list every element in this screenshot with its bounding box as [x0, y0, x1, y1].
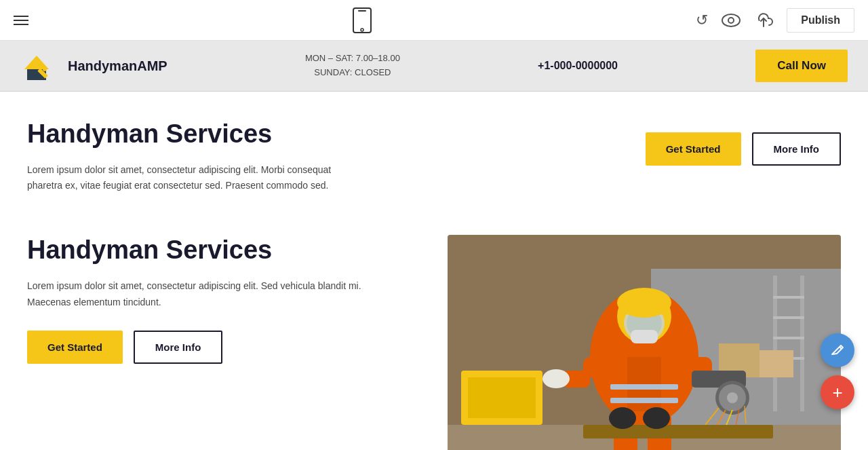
svg-point-4 — [728, 18, 734, 23]
section-one-description: Lorem ipsum dolor sit amet, consectetur … — [27, 162, 366, 195]
edit-fab-button[interactable] — [821, 333, 854, 367]
logo-area: HandymanAMP — [20, 49, 167, 83]
more-info-label: More Info — [774, 143, 820, 155]
worker-image — [448, 235, 841, 450]
logo-icon — [20, 49, 61, 83]
section-one-buttons: Get Started More Info — [646, 132, 841, 166]
upload-icon[interactable] — [754, 13, 773, 28]
svg-marker-7 — [24, 56, 49, 69]
hamburger-menu-icon[interactable] — [14, 16, 28, 25]
site-header: HandymanAMP MON – SAT: 7.00–18.00 SUNDAY… — [0, 41, 868, 92]
svg-point-3 — [722, 14, 740, 26]
header-phone: +1-000-0000000 — [538, 60, 618, 72]
svg-rect-22 — [760, 350, 793, 377]
section-two-description: Lorem ipsum dolor sit amet, consectetur … — [27, 278, 366, 311]
section-one: Handyman Services Lorem ipsum dolor sit … — [27, 119, 841, 194]
section-two-buttons: Get Started More Info — [27, 331, 366, 364]
header-hours: MON – SAT: 7.00–18.00 SUNDAY: CLOSED — [305, 52, 400, 80]
logo-text: HandymanAMP — [68, 58, 167, 74]
get-started-label-2: Get Started — [47, 341, 102, 353]
add-icon: + — [832, 383, 842, 401]
svg-point-44 — [727, 392, 738, 403]
page-wrapper: HandymanAMP MON – SAT: 7.00–18.00 SUNDAY… — [0, 41, 868, 450]
svg-rect-17 — [773, 337, 804, 339]
svg-rect-29 — [610, 398, 678, 403]
get-started-label: Get Started — [666, 143, 721, 155]
svg-point-1 — [361, 29, 363, 31]
preview-eye-icon[interactable] — [722, 14, 741, 27]
svg-rect-15 — [773, 296, 804, 299]
svg-rect-36 — [631, 330, 658, 343]
svg-rect-50 — [583, 425, 773, 438]
section-two-left: Handyman Services Lorem ipsum dolor sit … — [27, 235, 366, 364]
undo-icon[interactable]: ↺ — [696, 12, 708, 29]
hours-line1: MON – SAT: 7.00–18.00 — [305, 52, 400, 66]
svg-point-51 — [609, 407, 636, 429]
section-one-left: Handyman Services Lorem ipsum dolor sit … — [27, 119, 366, 194]
svg-line-53 — [840, 347, 842, 349]
section-two-get-started-button[interactable]: Get Started — [27, 331, 123, 364]
publish-button[interactable]: Publish — [787, 8, 854, 33]
toolbar-right: ↺ Publish — [696, 8, 854, 33]
section-two-title: Handyman Services — [27, 235, 366, 266]
svg-rect-20 — [468, 377, 536, 418]
svg-point-33 — [617, 288, 671, 318]
section-one-get-started-button[interactable]: Get Started — [646, 132, 741, 166]
toolbar: ↺ Publish — [0, 0, 868, 41]
fab-container: + — [821, 333, 854, 409]
more-info-label-2: More Info — [155, 341, 201, 353]
svg-rect-28 — [610, 384, 678, 390]
publish-label: Publish — [801, 14, 840, 26]
call-now-button[interactable]: Call Now — [755, 50, 848, 82]
edit-pencil-icon — [830, 343, 845, 358]
toolbar-center — [352, 7, 372, 34]
call-now-label: Call Now — [777, 59, 826, 72]
main-content: Handyman Services Lorem ipsum dolor sit … — [0, 92, 868, 450]
svg-point-9 — [43, 67, 47, 71]
section-two: Handyman Services Lorem ipsum dolor sit … — [27, 235, 841, 450]
toolbar-left — [14, 16, 28, 25]
add-fab-button[interactable]: + — [821, 375, 854, 409]
hours-line2: SUNDAY: CLOSED — [305, 66, 400, 80]
mobile-preview-icon[interactable] — [352, 7, 372, 34]
section-two-more-info-button[interactable]: More Info — [134, 331, 223, 364]
section-two-image-area — [448, 235, 841, 450]
svg-rect-16 — [773, 316, 804, 319]
section-one-title: Handyman Services — [27, 119, 366, 150]
section-one-more-info-button[interactable]: More Info — [752, 132, 842, 166]
svg-point-39 — [542, 369, 570, 388]
svg-point-52 — [643, 407, 670, 429]
